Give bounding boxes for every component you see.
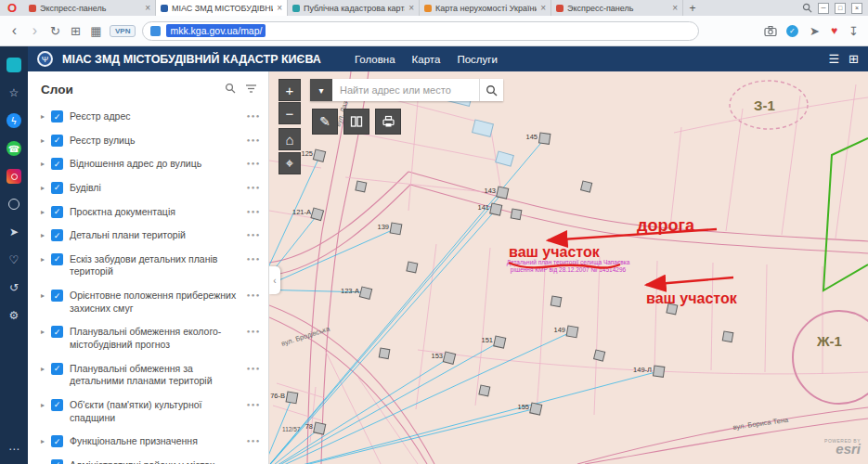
- tab-close-icon[interactable]: ×: [408, 3, 414, 13]
- zoom-in-button[interactable]: +: [279, 79, 301, 101]
- tab-tiles-icon[interactable]: ▦: [89, 24, 103, 38]
- layer-item[interactable]: ▸✓Реєстр адрес●●●: [28, 105, 268, 129]
- download-icon[interactable]: ↧: [847, 24, 861, 38]
- nav-item-services[interactable]: Послуги: [457, 54, 498, 65]
- speed-dial-icon[interactable]: ⊞: [69, 24, 83, 38]
- tab-close-icon[interactable]: ×: [540, 3, 546, 13]
- layer-item[interactable]: ▸✓Функціональне призначення●●●: [28, 430, 268, 454]
- locate-button[interactable]: ⌖: [279, 152, 301, 174]
- reload-icon[interactable]: ↻: [48, 24, 62, 38]
- player-icon[interactable]: [6, 197, 21, 212]
- forward-icon[interactable]: ›: [28, 22, 42, 39]
- tab-close-icon[interactable]: ×: [145, 3, 150, 13]
- new-tab-button[interactable]: +: [683, 0, 702, 16]
- map-search-input[interactable]: [332, 79, 479, 101]
- messenger-icon[interactable]: ϟ: [6, 113, 21, 128]
- layer-menu-icon[interactable]: ●●●: [247, 438, 261, 444]
- layer-item[interactable]: ▸✓Планувальні обмеження еколого-містобуд…: [28, 320, 268, 356]
- minimize-button[interactable]: ─: [818, 3, 829, 14]
- map-search-button[interactable]: [479, 79, 503, 101]
- bookmarks-star-icon[interactable]: ☆: [6, 85, 21, 100]
- layer-item[interactable]: ▸✓Орієнтовне положення прибережних захис…: [28, 284, 268, 320]
- layer-checkbox[interactable]: ✓: [51, 182, 63, 194]
- browser-tab[interactable]: МІАС ЗМД МІСТОБУДІВНИЙ×: [156, 0, 288, 16]
- close-button[interactable]: ×: [851, 3, 862, 14]
- layer-checkbox[interactable]: ✓: [51, 253, 63, 265]
- layers-filter-icon[interactable]: [245, 81, 257, 97]
- tab-close-icon[interactable]: ×: [672, 3, 678, 13]
- back-icon[interactable]: ‹: [7, 22, 21, 39]
- bookmark-heart-icon[interactable]: ♥: [831, 24, 837, 37]
- layer-checkbox[interactable]: ✓: [51, 110, 63, 122]
- layer-menu-icon[interactable]: ●●●: [247, 366, 261, 371]
- browser-tab[interactable]: Публічна кадастрова карта×: [288, 0, 420, 16]
- instagram-icon[interactable]: [6, 169, 21, 184]
- opera-logo-icon[interactable]: O: [0, 0, 24, 16]
- chevron-right-icon[interactable]: ▸: [41, 184, 45, 192]
- layer-checkbox[interactable]: ✓: [51, 326, 63, 338]
- settings-gear-icon[interactable]: ⚙: [6, 308, 21, 323]
- apps-grid-icon[interactable]: ⊞: [849, 52, 859, 66]
- layers-search-icon[interactable]: [225, 81, 236, 97]
- layer-item[interactable]: ▸✓Ескіз забудови детальних планів терито…: [28, 248, 268, 284]
- snapshot-camera-icon[interactable]: [764, 26, 777, 36]
- chevron-right-icon[interactable]: ▸: [41, 401, 45, 409]
- nav-item-home[interactable]: Головна: [355, 54, 395, 65]
- history-icon[interactable]: ↺: [6, 280, 21, 295]
- panel-collapse-handle[interactable]: ‹: [269, 266, 280, 294]
- layer-item[interactable]: ▸✓Відношення адрес до вулиць●●●: [28, 152, 268, 176]
- browser-tab[interactable]: Экспресс-панель×: [24, 0, 156, 16]
- vpn-badge[interactable]: VPN: [110, 25, 136, 37]
- layer-menu-icon[interactable]: ●●●: [247, 113, 261, 119]
- chevron-right-icon[interactable]: ▸: [41, 291, 45, 300]
- layer-menu-icon[interactable]: ●●●: [247, 137, 261, 143]
- layer-checkbox[interactable]: ✓: [51, 435, 63, 447]
- site-info-icon[interactable]: [150, 26, 161, 36]
- layer-checkbox[interactable]: ✓: [51, 399, 63, 411]
- tab-close-icon[interactable]: ×: [277, 3, 282, 13]
- layer-checkbox[interactable]: ✓: [51, 158, 63, 170]
- layer-menu-icon[interactable]: ●●●: [247, 232, 261, 238]
- address-bar[interactable]: mkk.kga.gov.ua/map/: [142, 21, 699, 41]
- browser-tab[interactable]: Экспресс-панель×: [551, 0, 683, 16]
- search-dropdown-caret[interactable]: ▾: [310, 79, 332, 101]
- layer-item[interactable]: ▸✓Об'єкти (пам'ятки) культурної спадщини…: [28, 393, 268, 430]
- chevron-right-icon[interactable]: ▸: [41, 136, 45, 145]
- layer-menu-icon[interactable]: ●●●: [247, 209, 261, 214]
- layer-menu-icon[interactable]: ●●●: [247, 185, 261, 190]
- chevron-right-icon[interactable]: ▸: [41, 231, 45, 239]
- layer-item[interactable]: ▸✓Адміністративні райони у містах●●●: [28, 454, 268, 464]
- layer-checkbox[interactable]: ✓: [51, 135, 63, 147]
- layer-checkbox[interactable]: ✓: [51, 363, 63, 375]
- layer-item[interactable]: ▸✓Реєстр вулиць●●●: [28, 129, 268, 153]
- maximize-button[interactable]: □: [835, 3, 846, 14]
- layer-checkbox[interactable]: ✓: [51, 290, 63, 302]
- search-icon[interactable]: [802, 3, 812, 13]
- layer-menu-icon[interactable]: ●●●: [247, 329, 261, 334]
- draw-pencil-button[interactable]: ✎: [312, 109, 338, 135]
- chevron-right-icon[interactable]: ▸: [41, 208, 45, 216]
- layer-menu-icon[interactable]: ●●●: [247, 161, 261, 166]
- layer-menu-icon[interactable]: ●●●: [247, 256, 261, 262]
- chevron-right-icon[interactable]: ▸: [41, 112, 45, 121]
- browser-tab[interactable]: Карта нерухомості України×: [420, 0, 551, 16]
- chevron-right-icon[interactable]: ▸: [41, 328, 45, 336]
- layer-item[interactable]: ▸✓Планувальні обмеження за детальними пл…: [28, 357, 268, 393]
- workspace-icon[interactable]: [6, 58, 21, 72]
- home-button[interactable]: ⌂: [279, 128, 301, 150]
- layer-checkbox[interactable]: ✓: [51, 206, 63, 218]
- flow-send-icon[interactable]: ➤: [808, 24, 822, 38]
- chevron-right-icon[interactable]: ▸: [41, 365, 45, 373]
- legend-list-icon[interactable]: ☰: [828, 52, 839, 66]
- measure-button[interactable]: [343, 109, 369, 135]
- layer-item[interactable]: ▸✓Будівлі●●●: [28, 176, 268, 200]
- layer-menu-icon[interactable]: ●●●: [247, 292, 261, 298]
- print-button[interactable]: [375, 109, 401, 135]
- sidebar-more-icon[interactable]: ⋯: [6, 442, 21, 457]
- nav-item-map[interactable]: Карта: [412, 54, 441, 65]
- personal-news-heart-icon[interactable]: ♡: [6, 252, 21, 267]
- zoom-out-button[interactable]: −: [279, 102, 301, 124]
- layer-checkbox[interactable]: ✓: [51, 459, 63, 464]
- shield-check-icon[interactable]: ✓: [786, 25, 798, 37]
- layer-item[interactable]: ▸✓Детальні плани територій●●●: [28, 224, 268, 248]
